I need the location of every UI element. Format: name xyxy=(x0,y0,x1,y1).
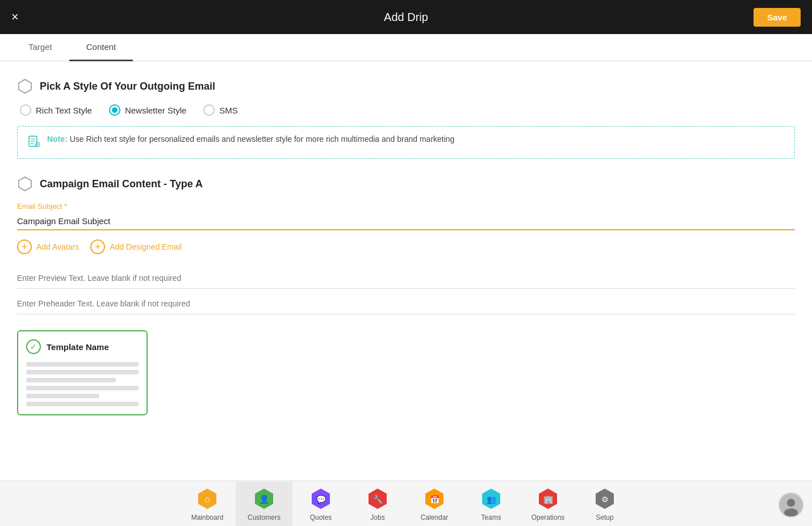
jobs-label: Jobs xyxy=(370,514,384,521)
template-name: Template Name xyxy=(47,342,109,352)
nav-item-mainboard[interactable]: ⌂ Mainboard xyxy=(179,482,236,526)
radio-newsletter[interactable]: Newsletter Style xyxy=(109,104,186,116)
teams-label: Teams xyxy=(481,514,501,521)
nav-item-customers[interactable]: 👤 Customers xyxy=(236,482,292,526)
note-icon xyxy=(28,135,40,150)
template-line-6 xyxy=(26,402,139,406)
template-line-3 xyxy=(26,378,116,382)
email-subject-input[interactable] xyxy=(17,213,795,230)
radio-newsletter-circle xyxy=(109,104,120,116)
svg-text:🔧: 🔧 xyxy=(373,495,383,504)
operations-label: Operations xyxy=(531,514,565,521)
preview-text-input[interactable] xyxy=(17,268,795,289)
calendar-label: Calendar xyxy=(421,514,449,521)
nav-items-group: ⌂ Mainboard 👤 Customers 💬 xyxy=(179,482,633,526)
nav-item-setup[interactable]: ⚙ Setup xyxy=(576,482,633,526)
svg-text:🏢: 🏢 xyxy=(543,495,554,504)
template-preview-lines xyxy=(26,362,139,406)
mainboard-label: Mainboard xyxy=(191,514,224,521)
svg-text:💬: 💬 xyxy=(316,495,327,504)
template-card[interactable]: ✓ Template Name xyxy=(17,330,148,415)
add-avatars-icon: + xyxy=(17,239,32,254)
style-section-title: Pick A Style Of Your Outgoing Email xyxy=(40,81,215,92)
tabs-bar: Target Content xyxy=(0,34,812,61)
style-section-icon xyxy=(17,78,33,94)
campaign-section-title: Campaign Email Content - Type A xyxy=(40,178,203,190)
campaign-section-icon xyxy=(17,176,33,192)
teams-icon: 👥 xyxy=(479,486,504,511)
add-avatars-button[interactable]: + Add Avatars xyxy=(17,239,79,254)
email-subject-label: Email Subject * xyxy=(17,202,795,211)
template-line-1 xyxy=(26,362,139,367)
profile-avatar[interactable] xyxy=(778,493,803,517)
style-section-header: Pick A Style Of Your Outgoing Email xyxy=(17,78,795,94)
note-box: Note: Use Rich text style for personaliz… xyxy=(17,126,795,159)
operations-icon: 🏢 xyxy=(535,486,560,511)
bottom-nav: ⌂ Mainboard 👤 Customers 💬 xyxy=(0,481,812,526)
note-label: Note: xyxy=(47,134,68,144)
nav-item-calendar[interactable]: 📅 Calendar xyxy=(406,482,463,526)
close-button[interactable]: × xyxy=(11,10,19,24)
nav-item-quotes[interactable]: 💬 Quotes xyxy=(292,482,349,526)
header: × Add Drip Save xyxy=(0,0,812,34)
campaign-section-header: Campaign Email Content - Type A xyxy=(17,176,795,192)
svg-text:👥: 👥 xyxy=(487,495,497,504)
template-line-2 xyxy=(26,370,139,374)
main-content: Pick A Style Of Your Outgoing Email Rich… xyxy=(0,61,812,477)
template-card-header: ✓ Template Name xyxy=(26,339,139,354)
nav-item-jobs[interactable]: 🔧 Jobs xyxy=(349,482,406,526)
campaign-section: Campaign Email Content - Type A Email Su… xyxy=(17,176,795,319)
template-line-4 xyxy=(26,386,139,390)
add-buttons-group: + Add Avatars + Add Designed Email xyxy=(17,239,795,254)
note-text: Note: Use Rich text style for personaliz… xyxy=(47,134,454,144)
svg-text:⚙: ⚙ xyxy=(601,495,609,504)
quotes-icon: 💬 xyxy=(308,486,333,511)
setup-icon: ⚙ xyxy=(592,486,617,511)
setup-label: Setup xyxy=(596,514,613,521)
template-line-5 xyxy=(26,394,99,398)
radio-sms-circle xyxy=(203,104,215,116)
svg-point-26 xyxy=(787,499,795,507)
template-check-icon: ✓ xyxy=(26,339,41,354)
jobs-icon: 🔧 xyxy=(365,486,390,511)
svg-text:⌂: ⌂ xyxy=(204,494,210,504)
add-designed-email-button[interactable]: + Add Designed Email xyxy=(90,239,182,254)
save-button[interactable]: Save xyxy=(754,8,801,27)
page-title: Add Drip xyxy=(384,11,428,24)
svg-text:👤: 👤 xyxy=(259,494,270,504)
style-radio-group: Rich Text Style Newsletter Style SMS xyxy=(20,104,795,116)
radio-sms[interactable]: SMS xyxy=(203,104,238,116)
mainboard-icon: ⌂ xyxy=(195,486,220,511)
nav-item-operations[interactable]: 🏢 Operations xyxy=(520,482,576,526)
quotes-label: Quotes xyxy=(310,514,332,521)
svg-marker-8 xyxy=(19,177,31,191)
customers-icon: 👤 xyxy=(252,486,277,511)
preheader-text-input[interactable] xyxy=(17,293,795,314)
calendar-icon: 📅 xyxy=(422,486,447,511)
radio-rich-text-circle xyxy=(20,104,31,116)
tab-content[interactable]: Content xyxy=(69,34,133,61)
customers-label: Customers xyxy=(248,514,281,521)
radio-rich-text[interactable]: Rich Text Style xyxy=(20,104,92,116)
svg-text:📅: 📅 xyxy=(430,495,440,504)
nav-item-teams[interactable]: 👥 Teams xyxy=(463,482,520,526)
svg-marker-0 xyxy=(19,79,31,93)
add-designed-email-icon: + xyxy=(90,239,105,254)
tab-target[interactable]: Target xyxy=(11,34,69,61)
